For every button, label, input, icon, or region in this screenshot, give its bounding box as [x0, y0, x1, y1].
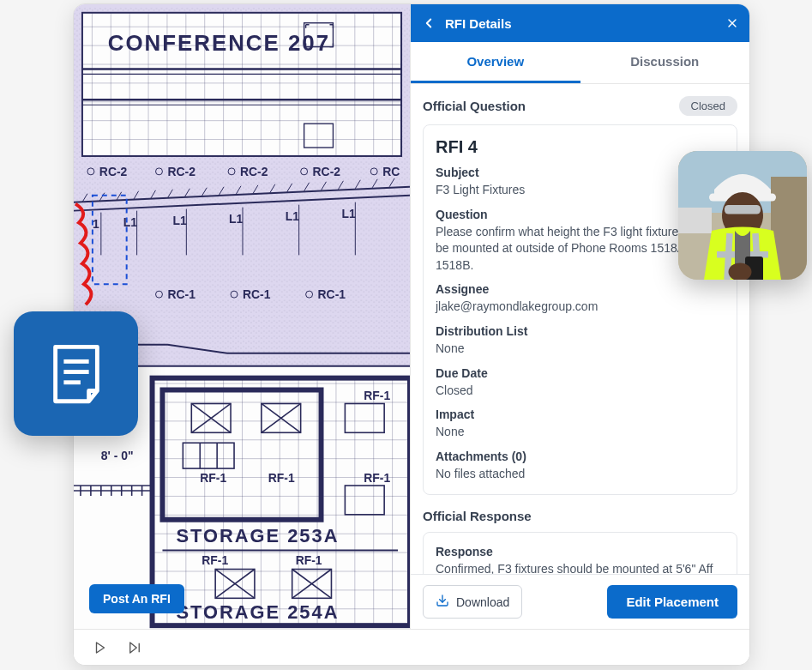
svg-rect-116 [678, 208, 712, 233]
label-attachments: Attachments (0) [436, 450, 725, 463]
svg-text:STORAGE  253A: STORAGE 253A [176, 525, 339, 546]
transport-bar [74, 629, 749, 665]
label-impact: Impact [436, 407, 725, 421]
value-distribution: None [436, 341, 725, 358]
panel-footer: Download Edit Placement [411, 574, 749, 629]
edit-placement-button[interactable]: Edit Placement [607, 585, 737, 619]
svg-text:RF-1: RF-1 [296, 553, 322, 567]
svg-text:RC-2: RC-2 [167, 165, 195, 178]
skip-icon[interactable] [127, 640, 142, 655]
rfi-number: RFI 4 [436, 137, 725, 157]
label-response: Response [436, 545, 725, 558]
avatar [678, 151, 807, 280]
document-app-icon [14, 311, 138, 436]
svg-text:L1: L1 [123, 215, 137, 229]
label-assignee: Assignee [436, 282, 725, 296]
label-distribution: Distribution List [436, 324, 725, 338]
tabs: Overview Discussion [411, 42, 749, 84]
status-badge: Closed [679, 96, 737, 116]
app-window: CONFERENCE 207 RC-2 RC-2 RC-2 RC-2 RC [73, 3, 750, 666]
svg-marker-107 [97, 643, 105, 653]
svg-text:8' - 0": 8' - 0" [101, 449, 134, 462]
section-official-question: Official Question [423, 99, 526, 113]
value-response: Confirmed, F3 fixtures should be mounted… [436, 561, 725, 574]
content-row: CONFERENCE 207 RC-2 RC-2 RC-2 RC-2 RC [74, 4, 749, 629]
document-icon [43, 341, 110, 407]
tab-overview[interactable]: Overview [411, 42, 580, 83]
svg-text:L1: L1 [229, 212, 243, 226]
svg-text:RC-1: RC-1 [243, 287, 271, 301]
svg-text:1: 1 [93, 217, 99, 231]
room-label-conference: CONFERENCE 207 [108, 31, 330, 55]
svg-text:RC-2: RC-2 [240, 165, 268, 178]
value-assignee: jlake@raymondlakegroup.com [436, 299, 725, 316]
panel-header: RFI Details [411, 4, 749, 42]
svg-text:RC-1: RC-1 [167, 287, 195, 301]
svg-text:RC-2: RC-2 [313, 165, 341, 178]
value-impact: None [436, 424, 725, 441]
svg-rect-119 [725, 205, 761, 214]
panel-title: RFI Details [445, 16, 717, 31]
svg-text:L1: L1 [286, 209, 299, 223]
svg-text:RF-1: RF-1 [364, 389, 390, 403]
download-label: Download [456, 595, 509, 609]
value-attachments: No files attached [436, 466, 725, 483]
avatar-illustration [678, 151, 807, 280]
response-card: Response Confirmed, F3 fixtures should b… [423, 532, 737, 574]
svg-marker-108 [130, 643, 137, 653]
svg-text:RC-1: RC-1 [318, 287, 346, 301]
svg-text:RC: RC [382, 165, 400, 178]
play-icon[interactable] [93, 640, 108, 655]
svg-text:L1: L1 [341, 207, 355, 220]
rfi-details-panel: RFI Details Overview Discussion Official… [410, 4, 749, 629]
label-due: Due Date [436, 366, 725, 380]
svg-text:RC-2: RC-2 [99, 165, 128, 178]
tab-discussion[interactable]: Discussion [580, 42, 750, 83]
svg-text:RF-1: RF-1 [201, 553, 228, 567]
download-icon [436, 594, 449, 610]
close-icon[interactable] [725, 16, 739, 30]
section-official-response: Official Response [423, 509, 737, 523]
svg-text:L1: L1 [172, 214, 186, 227]
svg-text:RF-1: RF-1 [268, 471, 295, 485]
back-icon[interactable] [421, 15, 436, 31]
svg-text:STORAGE  254A: STORAGE 254A [176, 601, 339, 623]
post-rfi-button[interactable]: Post An RFI [89, 584, 184, 613]
svg-text:RF-1: RF-1 [364, 471, 390, 485]
download-button[interactable]: Download [423, 585, 522, 619]
value-due: Closed [436, 383, 725, 400]
svg-text:RF-1: RF-1 [200, 471, 226, 485]
